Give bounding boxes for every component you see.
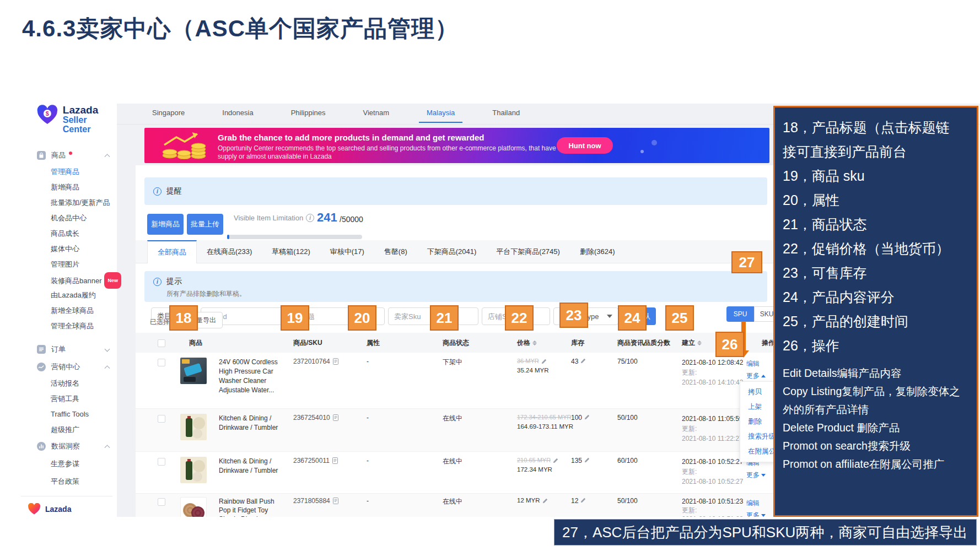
edit-link[interactable]: 编辑 bbox=[746, 358, 776, 370]
sidebar-group-orders[interactable]: 订单 bbox=[17, 341, 117, 358]
tab-delisted[interactable]: 下架商品(2041) bbox=[417, 240, 487, 263]
country-tab-vietnam[interactable]: Vietnam bbox=[356, 109, 397, 123]
sidebar-group-insights[interactable]: 数据洞察 bbox=[17, 437, 117, 455]
product-title-link[interactable]: 24V 600W Cordless High Pressure Car Wash… bbox=[219, 358, 293, 395]
sidebar-item-media-center[interactable]: 媒体中心 bbox=[17, 241, 117, 257]
sidebar-item-super-promotion[interactable]: 超级推广 bbox=[17, 422, 117, 437]
product-title-link[interactable]: Kitchen & Dining / Drinkware / Tumbler bbox=[219, 414, 293, 433]
more-link[interactable]: 更多 bbox=[746, 469, 776, 481]
product-image-washer[interactable] bbox=[180, 358, 207, 384]
product-title-link[interactable]: Kitchen & Dining / Drinkware / Tumbler bbox=[219, 457, 293, 476]
edit-pencil-icon[interactable] bbox=[553, 457, 559, 463]
row-checkbox[interactable] bbox=[158, 498, 165, 506]
tab-all-products[interactable]: 全部商品 bbox=[147, 240, 197, 263]
order-list-icon bbox=[36, 344, 46, 354]
col-attributes: 属性 bbox=[367, 338, 443, 348]
tab-platform-delisted[interactable]: 平台下架商品(2745) bbox=[486, 240, 570, 263]
promo-banner[interactable]: Grab the chance to add more products in … bbox=[144, 128, 769, 163]
product-title-link[interactable]: Rainbow Ball Push Pop it Fidget Toy Simp… bbox=[219, 497, 293, 517]
spu-toggle-button[interactable]: SPU bbox=[726, 306, 754, 322]
sort-icon[interactable] bbox=[532, 341, 537, 345]
col-stock: 库存 bbox=[571, 338, 617, 348]
document-icon[interactable] bbox=[333, 414, 338, 421]
country-tab-malaysia[interactable]: Malaysia bbox=[419, 109, 462, 123]
sidebar-item-product-growth[interactable]: 商品成长 bbox=[17, 226, 117, 241]
sidebar-item-manage-images[interactable]: 管理图片 bbox=[17, 257, 117, 272]
sidebar-item-marketing-tools[interactable]: 营销工具 bbox=[17, 391, 117, 407]
bulk-upload-button[interactable]: 批量上传 bbox=[187, 214, 223, 235]
sidebar-item-decorate-banner[interactable]: 装修商品bannerNew bbox=[17, 272, 117, 288]
row-checkbox[interactable] bbox=[158, 359, 165, 366]
select-all-checkbox[interactable] bbox=[158, 339, 165, 347]
sidebar-item-manage-products[interactable]: 管理商品 bbox=[17, 164, 117, 180]
annotation-detail: Delete Product 删除产品 bbox=[783, 419, 977, 437]
edit-link[interactable]: 编辑 bbox=[746, 497, 776, 509]
info-icon[interactable] bbox=[306, 214, 314, 222]
edit-pencil-icon[interactable] bbox=[580, 497, 586, 503]
edit-pencil-icon[interactable] bbox=[584, 457, 590, 463]
edit-pencil-icon[interactable] bbox=[542, 498, 548, 504]
sidebar-item-campaign-signup[interactable]: 活动报名 bbox=[17, 376, 117, 391]
sidebar-item-bulk-add-update[interactable]: 批量添加/更新产品 bbox=[17, 195, 117, 210]
edit-pencil-icon[interactable] bbox=[541, 358, 547, 364]
sidebar-group-products[interactable]: 商品 bbox=[17, 147, 117, 164]
sidebar-item-platform-policy[interactable]: 平台政策 bbox=[17, 473, 117, 490]
table-row: Rainbow Ball Push Pop it Fidget Toy Simp… bbox=[136, 494, 776, 517]
sidebar-item-manage-global-products[interactable]: 管理全球商品 bbox=[17, 318, 117, 334]
annotation-line: 26，操作 bbox=[783, 333, 977, 358]
info-icon[interactable] bbox=[153, 187, 161, 196]
edit-pencil-icon[interactable] bbox=[584, 414, 590, 420]
sidebar-divider bbox=[21, 496, 112, 496]
sidebar-item-fulfilled-by-lazada[interactable]: 由Lazada履约 bbox=[17, 288, 117, 303]
product-image-popit[interactable] bbox=[180, 497, 207, 517]
sidebar-item-opportunity-center[interactable]: 机会品中心 bbox=[17, 210, 117, 226]
red-dot-icon bbox=[69, 152, 72, 155]
country-tab-indonesia[interactable]: Indonesia bbox=[214, 109, 261, 123]
sidebar-group-label: 数据洞察 bbox=[51, 441, 80, 451]
edit-pencil-icon[interactable] bbox=[580, 358, 586, 364]
add-product-button[interactable]: 新增商品 bbox=[147, 214, 184, 235]
lazada-heart-icon bbox=[28, 503, 41, 515]
row-checkbox[interactable] bbox=[158, 458, 165, 466]
info-icon[interactable] bbox=[153, 278, 161, 286]
document-icon[interactable] bbox=[333, 498, 338, 504]
row-checkbox[interactable] bbox=[158, 415, 165, 423]
more-link[interactable]: 更多 bbox=[746, 370, 776, 382]
sidebar-group-label: 订单 bbox=[51, 344, 66, 354]
stock-value: 43 bbox=[571, 358, 578, 365]
sidebar-group-marketing[interactable]: 营销中心 bbox=[17, 358, 117, 376]
tab-sold-out[interactable]: 售罄(8) bbox=[374, 240, 417, 263]
sku-toggle-button[interactable]: SKU bbox=[754, 306, 776, 322]
hunt-now-button[interactable]: Hunt now bbox=[557, 137, 613, 154]
sidebar-item-business-advisor[interactable]: 生意参谋 bbox=[17, 455, 117, 473]
current-price: 35.24 MYR bbox=[517, 367, 571, 374]
tab-drafts[interactable]: 草稿箱(122) bbox=[262, 240, 320, 263]
tab-deleted[interactable]: 删除(3624) bbox=[570, 240, 625, 263]
logo-title: Lazada bbox=[63, 105, 117, 116]
old-price: 36 MYR bbox=[517, 358, 539, 364]
annotation-line: 21，商品状态 bbox=[783, 212, 977, 236]
product-status: 在线中 bbox=[443, 414, 517, 423]
product-image-bottle[interactable] bbox=[180, 414, 207, 440]
document-icon[interactable] bbox=[332, 457, 338, 464]
annotation-line: 25，产品的创建时间 bbox=[783, 309, 977, 333]
document-icon[interactable] bbox=[333, 358, 338, 365]
annotation-line: 接可直接到产品前台 bbox=[783, 139, 977, 164]
sort-icon[interactable] bbox=[697, 341, 702, 345]
country-tab-philippines[interactable]: Philippines bbox=[283, 109, 333, 123]
limit-total-value: /50000 bbox=[340, 215, 363, 224]
tab-in-review[interactable]: 审核中(17) bbox=[320, 240, 374, 263]
country-tab-thailand[interactable]: Thailand bbox=[484, 109, 527, 123]
sidebar-item-add-global-product[interactable]: 新增全球商品 bbox=[17, 303, 117, 318]
current-price: 12 MYR bbox=[517, 497, 540, 504]
product-image-bottle[interactable] bbox=[180, 457, 207, 483]
sidebar-item-add-product[interactable]: 新增商品 bbox=[17, 180, 117, 195]
country-tab-singapore[interactable]: Singapore bbox=[144, 109, 192, 123]
tab-online[interactable]: 在线商品(233) bbox=[197, 240, 262, 263]
more-link[interactable]: 更多 bbox=[746, 509, 776, 517]
updated-label: 更新: bbox=[682, 424, 746, 434]
updated-date: 2021-08-10 14:10:43 bbox=[682, 377, 746, 387]
footnote-text: 27，ASC后台把产品分为SPU和SKU两种，商家可自由选择导出 bbox=[562, 523, 967, 542]
sidebar-item-traffic-tools[interactable]: Traffic Tools bbox=[17, 407, 117, 422]
col-price[interactable]: 价格 bbox=[517, 338, 571, 348]
